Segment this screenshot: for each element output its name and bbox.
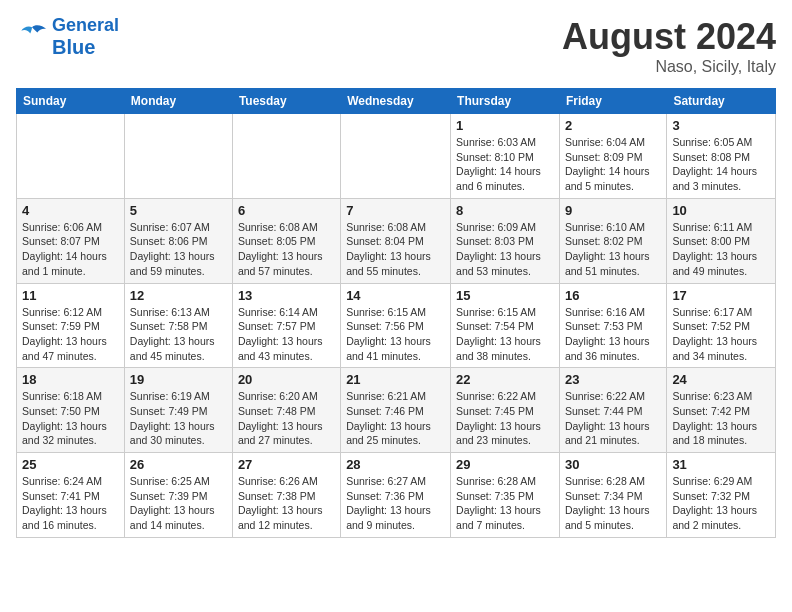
day-number: 21 [346,372,445,387]
logo: General Blue [16,16,119,58]
day-number: 1 [456,118,554,133]
day-number: 27 [238,457,335,472]
day-number: 30 [565,457,661,472]
day-cell: 14Sunrise: 6:15 AM Sunset: 7:56 PM Dayli… [341,283,451,368]
day-number: 18 [22,372,119,387]
day-info: Sunrise: 6:28 AM Sunset: 7:34 PM Dayligh… [565,474,661,533]
day-info: Sunrise: 6:18 AM Sunset: 7:50 PM Dayligh… [22,389,119,448]
title-block: August 2024 Naso, Sicily, Italy [562,16,776,76]
day-info: Sunrise: 6:12 AM Sunset: 7:59 PM Dayligh… [22,305,119,364]
col-thursday: Thursday [451,89,560,114]
day-info: Sunrise: 6:10 AM Sunset: 8:02 PM Dayligh… [565,220,661,279]
day-cell: 21Sunrise: 6:21 AM Sunset: 7:46 PM Dayli… [341,368,451,453]
day-number: 3 [672,118,770,133]
day-number: 23 [565,372,661,387]
week-row-4: 25Sunrise: 6:24 AM Sunset: 7:41 PM Dayli… [17,453,776,538]
day-cell: 18Sunrise: 6:18 AM Sunset: 7:50 PM Dayli… [17,368,125,453]
day-number: 15 [456,288,554,303]
day-info: Sunrise: 6:04 AM Sunset: 8:09 PM Dayligh… [565,135,661,194]
page-header: General Blue August 2024 Naso, Sicily, I… [16,16,776,76]
day-number: 14 [346,288,445,303]
day-info: Sunrise: 6:19 AM Sunset: 7:49 PM Dayligh… [130,389,227,448]
day-number: 4 [22,203,119,218]
day-info: Sunrise: 6:25 AM Sunset: 7:39 PM Dayligh… [130,474,227,533]
day-number: 9 [565,203,661,218]
logo-text: General Blue [52,16,119,58]
day-number: 11 [22,288,119,303]
day-number: 12 [130,288,227,303]
day-info: Sunrise: 6:29 AM Sunset: 7:32 PM Dayligh… [672,474,770,533]
week-row-2: 11Sunrise: 6:12 AM Sunset: 7:59 PM Dayli… [17,283,776,368]
week-row-0: 1Sunrise: 6:03 AM Sunset: 8:10 PM Daylig… [17,114,776,199]
day-info: Sunrise: 6:13 AM Sunset: 7:58 PM Dayligh… [130,305,227,364]
day-cell: 9Sunrise: 6:10 AM Sunset: 8:02 PM Daylig… [559,198,666,283]
day-info: Sunrise: 6:23 AM Sunset: 7:42 PM Dayligh… [672,389,770,448]
day-cell: 29Sunrise: 6:28 AM Sunset: 7:35 PM Dayli… [451,453,560,538]
day-info: Sunrise: 6:09 AM Sunset: 8:03 PM Dayligh… [456,220,554,279]
col-friday: Friday [559,89,666,114]
day-number: 26 [130,457,227,472]
day-info: Sunrise: 6:03 AM Sunset: 8:10 PM Dayligh… [456,135,554,194]
day-cell: 16Sunrise: 6:16 AM Sunset: 7:53 PM Dayli… [559,283,666,368]
day-cell: 15Sunrise: 6:15 AM Sunset: 7:54 PM Dayli… [451,283,560,368]
day-cell: 24Sunrise: 6:23 AM Sunset: 7:42 PM Dayli… [667,368,776,453]
col-monday: Monday [124,89,232,114]
day-number: 17 [672,288,770,303]
col-saturday: Saturday [667,89,776,114]
day-cell: 27Sunrise: 6:26 AM Sunset: 7:38 PM Dayli… [232,453,340,538]
calendar-title: August 2024 [562,16,776,58]
day-cell: 6Sunrise: 6:08 AM Sunset: 8:05 PM Daylig… [232,198,340,283]
day-number: 25 [22,457,119,472]
calendar-table: Sunday Monday Tuesday Wednesday Thursday… [16,88,776,538]
day-cell: 12Sunrise: 6:13 AM Sunset: 7:58 PM Dayli… [124,283,232,368]
day-info: Sunrise: 6:15 AM Sunset: 7:54 PM Dayligh… [456,305,554,364]
day-cell: 28Sunrise: 6:27 AM Sunset: 7:36 PM Dayli… [341,453,451,538]
week-row-3: 18Sunrise: 6:18 AM Sunset: 7:50 PM Dayli… [17,368,776,453]
day-cell: 26Sunrise: 6:25 AM Sunset: 7:39 PM Dayli… [124,453,232,538]
day-number: 5 [130,203,227,218]
day-info: Sunrise: 6:06 AM Sunset: 8:07 PM Dayligh… [22,220,119,279]
day-number: 20 [238,372,335,387]
day-info: Sunrise: 6:14 AM Sunset: 7:57 PM Dayligh… [238,305,335,364]
day-cell: 3Sunrise: 6:05 AM Sunset: 8:08 PM Daylig… [667,114,776,199]
day-cell: 8Sunrise: 6:09 AM Sunset: 8:03 PM Daylig… [451,198,560,283]
day-cell: 19Sunrise: 6:19 AM Sunset: 7:49 PM Dayli… [124,368,232,453]
day-info: Sunrise: 6:24 AM Sunset: 7:41 PM Dayligh… [22,474,119,533]
day-cell: 11Sunrise: 6:12 AM Sunset: 7:59 PM Dayli… [17,283,125,368]
day-number: 24 [672,372,770,387]
day-info: Sunrise: 6:22 AM Sunset: 7:44 PM Dayligh… [565,389,661,448]
day-number: 29 [456,457,554,472]
day-number: 28 [346,457,445,472]
day-number: 22 [456,372,554,387]
day-info: Sunrise: 6:26 AM Sunset: 7:38 PM Dayligh… [238,474,335,533]
day-info: Sunrise: 6:21 AM Sunset: 7:46 PM Dayligh… [346,389,445,448]
header-row: Sunday Monday Tuesday Wednesday Thursday… [17,89,776,114]
day-info: Sunrise: 6:16 AM Sunset: 7:53 PM Dayligh… [565,305,661,364]
day-cell: 13Sunrise: 6:14 AM Sunset: 7:57 PM Dayli… [232,283,340,368]
day-info: Sunrise: 6:20 AM Sunset: 7:48 PM Dayligh… [238,389,335,448]
day-number: 19 [130,372,227,387]
week-row-1: 4Sunrise: 6:06 AM Sunset: 8:07 PM Daylig… [17,198,776,283]
day-number: 7 [346,203,445,218]
day-cell: 1Sunrise: 6:03 AM Sunset: 8:10 PM Daylig… [451,114,560,199]
day-cell: 31Sunrise: 6:29 AM Sunset: 7:32 PM Dayli… [667,453,776,538]
day-info: Sunrise: 6:15 AM Sunset: 7:56 PM Dayligh… [346,305,445,364]
day-cell: 22Sunrise: 6:22 AM Sunset: 7:45 PM Dayli… [451,368,560,453]
day-info: Sunrise: 6:11 AM Sunset: 8:00 PM Dayligh… [672,220,770,279]
day-number: 6 [238,203,335,218]
day-cell: 30Sunrise: 6:28 AM Sunset: 7:34 PM Dayli… [559,453,666,538]
day-cell: 4Sunrise: 6:06 AM Sunset: 8:07 PM Daylig… [17,198,125,283]
day-cell: 17Sunrise: 6:17 AM Sunset: 7:52 PM Dayli… [667,283,776,368]
day-number: 31 [672,457,770,472]
day-info: Sunrise: 6:08 AM Sunset: 8:05 PM Dayligh… [238,220,335,279]
day-number: 2 [565,118,661,133]
day-info: Sunrise: 6:28 AM Sunset: 7:35 PM Dayligh… [456,474,554,533]
day-cell [341,114,451,199]
day-cell: 10Sunrise: 6:11 AM Sunset: 8:00 PM Dayli… [667,198,776,283]
day-cell: 2Sunrise: 6:04 AM Sunset: 8:09 PM Daylig… [559,114,666,199]
day-number: 13 [238,288,335,303]
day-info: Sunrise: 6:07 AM Sunset: 8:06 PM Dayligh… [130,220,227,279]
col-sunday: Sunday [17,89,125,114]
day-cell: 25Sunrise: 6:24 AM Sunset: 7:41 PM Dayli… [17,453,125,538]
day-cell [17,114,125,199]
